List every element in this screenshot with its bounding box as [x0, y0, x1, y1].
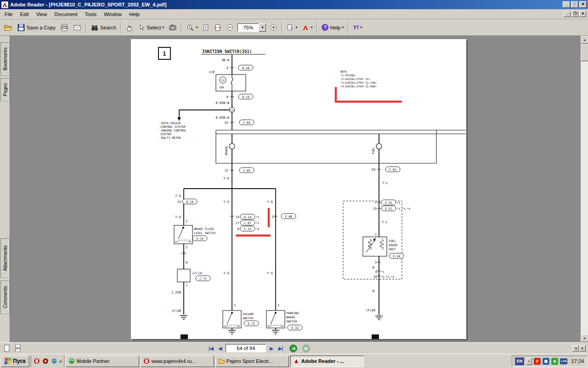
single-page-view-button[interactable] — [2, 344, 11, 353]
task-pajero4x4-site[interactable]: www.pajero4x4.ru... — [141, 356, 214, 367]
diagram-label: FUEL — [372, 147, 375, 154]
zoom-out-button[interactable] — [224, 22, 236, 34]
print-button[interactable] — [58, 22, 71, 34]
scroll-left-button[interactable]: ◀ — [572, 345, 579, 351]
doc-minimize-button[interactable]: _ — [564, 11, 571, 17]
fit-width-button[interactable] — [212, 22, 224, 34]
quicklaunch-overflow-button[interactable]: » — [59, 358, 62, 364]
opera-quicklaunch-icon[interactable] — [33, 357, 40, 365]
close-button[interactable]: ✕ — [579, 1, 587, 8]
save-a-copy-button[interactable]: Save a Copy — [15, 22, 58, 34]
doc-close-button[interactable]: ✕ — [579, 11, 586, 17]
internet-explorer-icon[interactable] — [51, 357, 58, 365]
page-number-field[interactable]: 64 of 94 — [226, 344, 266, 352]
last-page-button[interactable]: ▶| — [277, 345, 285, 351]
yahoo-toolbar-button[interactable]: Y! ▾ — [351, 22, 364, 34]
diagram-label: 10 — [231, 109, 233, 112]
continuous-view-button[interactable] — [13, 344, 23, 353]
snapshot-button[interactable] — [166, 22, 179, 34]
maximize-button[interactable]: □ — [571, 1, 578, 8]
task-mobile-partner[interactable]: Mobile Partner — [66, 356, 139, 367]
tab-attachments[interactable]: Attachments — [0, 238, 10, 278]
connector-ref: D-19 — [238, 94, 253, 99]
joint-connector-box — [177, 269, 190, 282]
connector-ref: C-15 — [240, 226, 255, 231]
actual-size-button[interactable] — [200, 22, 212, 34]
menu-document[interactable]: Document — [51, 10, 81, 18]
menu-help[interactable]: Help — [125, 10, 143, 18]
menu-view[interactable]: View — [33, 10, 51, 18]
tray-icon-mobile-partner[interactable] — [551, 358, 558, 365]
next-view-button[interactable]: ▶ — [302, 345, 310, 352]
diagram-label: 7 — [375, 201, 377, 205]
diagram-label: (B) — [181, 252, 187, 255]
save-a-copy-label: Save a Copy — [27, 25, 56, 30]
zoom-dropdown-button[interactable]: ▾ — [259, 23, 266, 32]
scroll-up-button[interactable]: ▲ — [581, 36, 588, 44]
diagram-label: BRAKE — [225, 146, 228, 155]
diagram-label: SWITCH — [243, 316, 254, 320]
help-button[interactable]: ? Help ▾ — [319, 22, 346, 34]
task-pajero-folder[interactable]: Pajero Sport Electr... — [215, 356, 289, 367]
menu-window[interactable]: Window — [100, 10, 125, 18]
scroll-down-button[interactable]: ▼ — [581, 334, 588, 342]
select-tool-button[interactable]: Select ▾ — [136, 22, 167, 34]
menu-edit[interactable]: Edit — [17, 10, 33, 18]
previous-page-button[interactable]: ◀ — [217, 345, 224, 351]
lan-connection-icon[interactable]: LAN — [560, 358, 567, 364]
adobe-reader-icon — [1, 1, 8, 8]
diagram-label: Y-G — [267, 200, 273, 204]
tab-comments[interactable]: Comments — [0, 281, 10, 314]
tab-bookmarks[interactable]: Bookmarks — [0, 42, 10, 75]
question-mark-icon: ? — [322, 24, 328, 31]
fit-width-icon — [214, 24, 221, 31]
hand-icon — [125, 23, 134, 32]
tray-icon-network[interactable] — [543, 358, 549, 365]
diagram-label: BRAKE FLUID — [194, 227, 214, 231]
language-indicator[interactable]: EN — [515, 357, 524, 365]
diagram-label: 59 — [372, 168, 375, 172]
toolbar-separator — [120, 22, 121, 33]
svg-text:E-40: E-40 — [285, 215, 292, 218]
zoom-level-input[interactable]: 75% — [237, 23, 259, 32]
workspace: Bookmarks Pages Attachments Comments — [0, 36, 588, 342]
quicklaunch-app-icon[interactable] — [42, 357, 49, 365]
page-navigation: |◀ ◀ 64 of 94 ▶ ▶| ◀ ▶ — [207, 344, 310, 352]
adobe-ebooks-button[interactable]: ▾ — [300, 22, 315, 34]
scrollbar-thumb[interactable] — [581, 44, 588, 61]
page-view-button[interactable]: ▾ — [284, 22, 300, 34]
next-page-button[interactable]: ▶ — [268, 345, 275, 351]
search-button[interactable]: Search — [88, 22, 119, 34]
email-button[interactable] — [71, 22, 84, 34]
combination-meter — [216, 130, 466, 163]
diagram-label: 4 — [226, 66, 228, 70]
magnifier-icon — [186, 23, 194, 32]
diagram-label: J/C(4) — [192, 271, 203, 275]
diagram-label: 10A — [219, 86, 224, 89]
scroll-right-button[interactable]: ▶ — [579, 345, 586, 351]
titlebar: Adobe Reader - [PHJE9810_C_PAJERO_SPORT_… — [0, 0, 588, 9]
hand-tool-button[interactable] — [123, 22, 136, 34]
task-adobe-reader[interactable]: Adobe Reader - ... — [290, 356, 364, 367]
zoom-tool-button[interactable]: ▾ — [184, 22, 200, 34]
doc-restore-button[interactable]: ❐ — [571, 11, 578, 17]
menu-tools[interactable]: Tools — [81, 10, 101, 18]
open-button[interactable] — [2, 22, 15, 34]
tray-icon-red[interactable] — [534, 358, 541, 365]
svg-text:C-05: C-05 — [243, 169, 250, 172]
minimize-button[interactable]: _ — [563, 1, 570, 8]
diagram-label: *2,*3,*4 — [397, 207, 410, 210]
menu-file[interactable]: File — [1, 10, 17, 18]
tab-pages[interactable]: Pages — [0, 78, 10, 101]
first-page-button[interactable]: |◀ — [207, 345, 215, 351]
tray-collapse-button[interactable]: « — [526, 358, 532, 365]
start-button[interactable]: Пуск — [1, 356, 29, 367]
pdf-page: IGNITION SWITCH(IG1)13B-W4J/B1110A80.85B… — [131, 39, 466, 339]
diagram-label: OFF — [175, 241, 179, 243]
diagram-label: ON — [281, 325, 284, 328]
previous-view-button[interactable]: ◀ — [289, 345, 297, 352]
diagram-label: Y-G — [267, 271, 273, 275]
chevron-down-icon: ▾ — [360, 25, 362, 29]
diagram-label: BRAKE — [286, 316, 295, 319]
zoom-in-button[interactable] — [267, 22, 280, 34]
